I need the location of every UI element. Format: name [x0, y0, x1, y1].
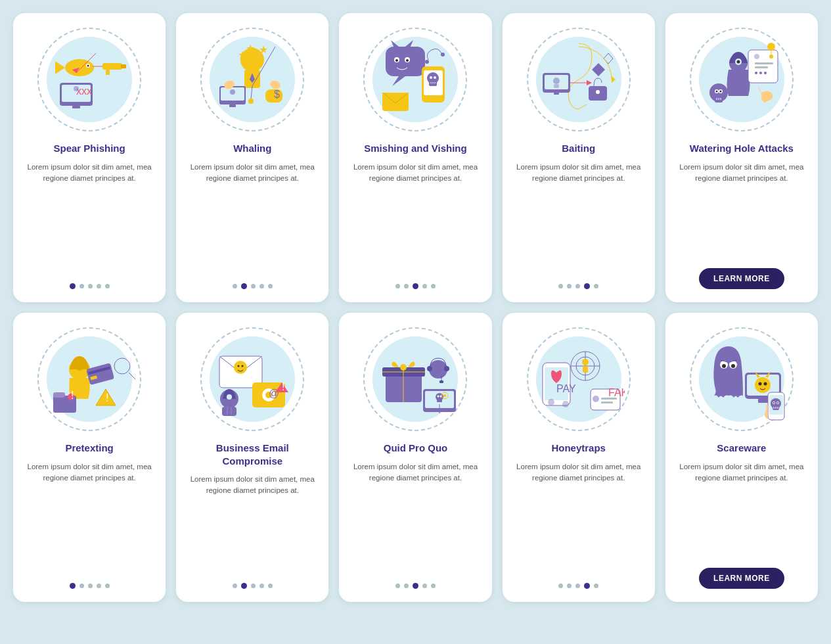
card-whaling: ★ ★ ★ $ Whaling Lorem [176, 13, 328, 302]
dot-4[interactable] [422, 284, 427, 288]
card-desc: Lorem ipsum dolor sit dim amet, mea regi… [185, 474, 319, 574]
card-title: Scareware [717, 442, 766, 455]
dot-4[interactable] [584, 283, 590, 289]
svg-point-72 [755, 72, 757, 74]
card-scareware: Scareware Lorem ipsum dolor sit dim amet… [665, 313, 818, 602]
svg-point-161 [755, 377, 771, 393]
svg-rect-125 [439, 380, 443, 383]
svg-point-45 [434, 76, 436, 79]
dot-5[interactable] [268, 284, 273, 288]
illustration-watering-hole [686, 24, 797, 135]
svg-point-67 [736, 60, 740, 64]
dot-3[interactable] [251, 284, 256, 288]
svg-rect-160 [758, 399, 768, 403]
card-title: Whaling [233, 142, 271, 155]
card-title: Smishing and Vishing [364, 142, 466, 155]
pagination-dots [233, 583, 273, 589]
dot-5[interactable] [268, 584, 273, 588]
svg-point-80 [719, 91, 721, 93]
learn-more-button[interactable]: LEARN MORE [699, 568, 784, 589]
svg-point-89 [76, 364, 83, 371]
dot-3[interactable] [575, 584, 580, 588]
dot-4[interactable] [259, 584, 264, 588]
svg-point-123 [444, 366, 449, 371]
dot-4[interactable] [97, 284, 101, 288]
card-title: Quid Pro Quo [384, 442, 448, 455]
card-title: Pretexting [65, 442, 113, 455]
svg-line-52 [579, 104, 587, 109]
card-desc: Lorem ipsum dolor sit dim amet, mea regi… [512, 461, 646, 574]
dot-5[interactable] [594, 284, 598, 288]
dot-5[interactable] [431, 284, 436, 288]
dot-3[interactable] [575, 284, 580, 288]
svg-point-165 [763, 382, 767, 386]
svg-point-150 [548, 399, 554, 405]
svg-line-100 [129, 373, 135, 379]
dot-3[interactable] [88, 584, 93, 588]
dot-1[interactable] [233, 584, 237, 588]
dot-2[interactable] [404, 284, 409, 288]
dot-5[interactable] [594, 584, 598, 588]
card-desc: Lorem ipsum dolor sit dim amet, mea regi… [348, 461, 482, 574]
dot-5[interactable] [431, 584, 436, 588]
dot-3[interactable] [413, 583, 418, 589]
dot-1[interactable] [558, 284, 563, 288]
dot-2[interactable] [241, 283, 247, 289]
svg-point-130 [438, 396, 439, 398]
dot-5[interactable] [105, 584, 110, 588]
card-title: Honeytraps [551, 442, 606, 455]
dot-1[interactable] [558, 584, 563, 588]
svg-point-56 [596, 90, 600, 94]
card-title: Spear Phishing [53, 142, 125, 155]
card-quid-pro-quo: Quid Pro Quo Lorem ipsum dolor sit dim a… [339, 313, 491, 602]
svg-rect-71 [755, 66, 768, 68]
dot-2[interactable] [79, 584, 84, 588]
illustration-smishing-vishing [359, 24, 471, 135]
svg-point-151 [562, 401, 569, 407]
dot-1[interactable] [70, 583, 76, 589]
dot-2[interactable] [79, 284, 84, 288]
dot-5[interactable] [105, 284, 110, 288]
svg-text:xxx: xxx [76, 85, 92, 97]
svg-point-120 [400, 364, 407, 371]
svg-point-27 [230, 89, 235, 95]
card-desc: Lorem ipsum dolor sit dim amet, mea regi… [675, 461, 809, 559]
pagination-dots [558, 583, 598, 589]
svg-point-164 [758, 382, 761, 386]
quid-pro-quo-icon [369, 333, 461, 425]
watering-hole-icon [696, 34, 788, 126]
dot-4[interactable] [259, 284, 264, 288]
svg-text:!: ! [106, 392, 108, 403]
svg-rect-148 [601, 398, 617, 400]
card-desc: Lorem ipsum dolor sit dim amet, mea regi… [348, 162, 482, 275]
svg-point-39 [406, 59, 409, 62]
dot-1[interactable] [395, 584, 400, 588]
dot-4[interactable] [422, 584, 427, 588]
dot-3[interactable] [251, 584, 256, 588]
svg-point-103 [238, 365, 240, 367]
svg-point-112 [227, 394, 232, 400]
learn-more-button[interactable]: LEARN MORE [699, 268, 784, 289]
svg-rect-149 [601, 402, 613, 403]
dot-2[interactable] [241, 583, 247, 589]
dot-4[interactable] [97, 584, 101, 588]
svg-point-102 [234, 361, 247, 374]
dot-1[interactable] [395, 284, 400, 288]
dot-2[interactable] [567, 584, 572, 588]
dot-1[interactable] [70, 283, 76, 289]
illustration-whaling: ★ ★ ★ $ [196, 24, 308, 135]
svg-point-173 [777, 402, 778, 403]
pagination-dots [70, 583, 110, 589]
svg-rect-113 [222, 407, 236, 416]
card-desc: Lorem ipsum dolor sit dim amet, mea regi… [512, 162, 646, 275]
svg-text:★: ★ [259, 44, 268, 55]
dot-4[interactable] [584, 583, 590, 589]
dot-2[interactable] [404, 584, 409, 588]
card-watering-hole: Watering Hole Attacks Lorem ipsum dolor … [665, 13, 818, 302]
dot-3[interactable] [88, 284, 93, 288]
svg-rect-11 [102, 63, 122, 70]
card-desc: Lorem ipsum dolor sit dim amet, mea regi… [22, 162, 156, 275]
dot-1[interactable] [233, 284, 237, 288]
dot-3[interactable] [413, 283, 418, 289]
dot-2[interactable] [567, 284, 572, 288]
